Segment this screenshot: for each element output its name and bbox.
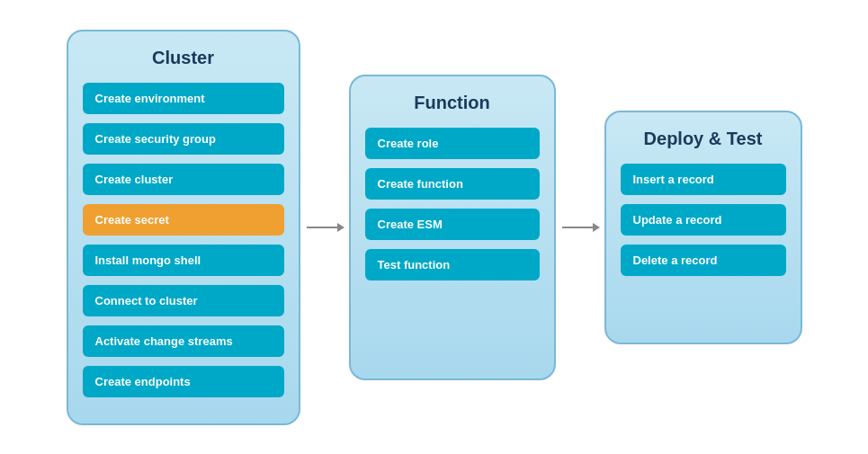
create-endpoints-button[interactable]: Create endpoints <box>83 366 284 397</box>
update-a-record-button[interactable]: Update a record <box>621 204 786 236</box>
function-title: Function <box>414 93 489 113</box>
create-security-group-button[interactable]: Create security group <box>83 123 284 155</box>
deploy-title: Deploy & Test <box>644 129 763 149</box>
svg-marker-1 <box>337 223 345 232</box>
create-secret-button[interactable]: Create secret <box>83 204 284 236</box>
activate-change-streams-button[interactable]: Activate change streams <box>83 325 284 357</box>
create-esm-button[interactable]: Create ESM <box>365 209 540 240</box>
cluster-panel: Cluster Create environmentCreate securit… <box>67 30 300 425</box>
arrow-icon-2 <box>560 218 600 237</box>
create-environment-button[interactable]: Create environment <box>83 83 284 114</box>
delete-a-record-button[interactable]: Delete a record <box>621 245 786 276</box>
create-cluster-button[interactable]: Create cluster <box>83 164 284 195</box>
arrow-2 <box>556 218 604 237</box>
install-mongo-shell-button[interactable]: Install mongo shell <box>83 245 284 276</box>
svg-marker-3 <box>593 223 600 232</box>
connect-to-cluster-button[interactable]: Connect to cluster <box>83 285 284 316</box>
create-role-button[interactable]: Create role <box>365 128 540 159</box>
create-function-button[interactable]: Create function <box>365 168 540 200</box>
diagram-container: Cluster Create environmentCreate securit… <box>49 12 820 443</box>
arrow-1 <box>300 218 349 237</box>
function-panel: Function Create roleCreate functionCreat… <box>349 75 556 380</box>
deploy-panel: Deploy & Test Insert a recordUpdate a re… <box>604 111 802 344</box>
cluster-title: Cluster <box>152 48 214 68</box>
arrow-icon-1 <box>305 218 345 237</box>
insert-a-record-button[interactable]: Insert a record <box>621 164 786 195</box>
test-function-button[interactable]: Test function <box>365 249 540 280</box>
